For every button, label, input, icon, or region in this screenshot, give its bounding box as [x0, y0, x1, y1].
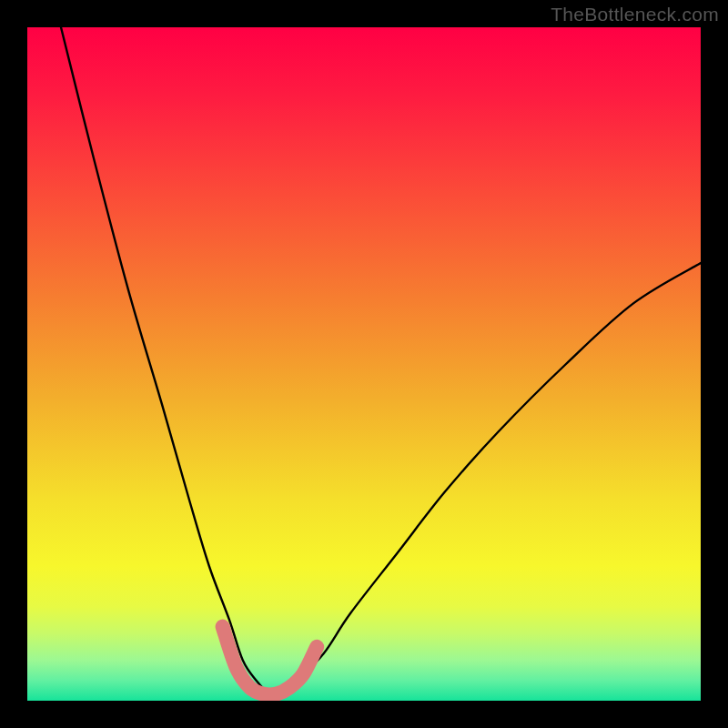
watermark-text: TheBottleneck.com — [551, 4, 719, 25]
chart-frame: TheBottleneck.com — [0, 0, 728, 728]
bottleneck-chart — [0, 0, 728, 728]
gradient-background — [27, 27, 701, 701]
